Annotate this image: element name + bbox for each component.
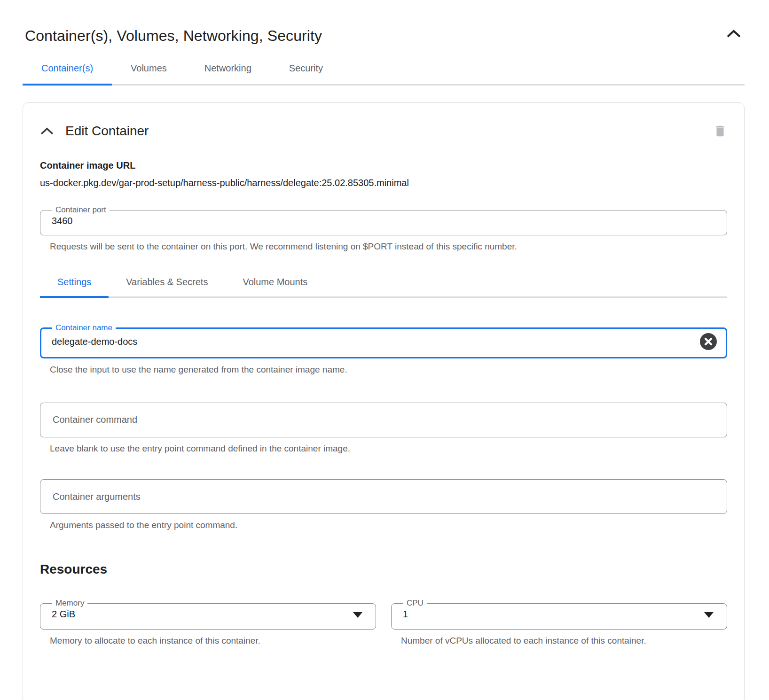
container-image-url-value: us-docker.pkg.dev/gar-prod-setup/harness… [40,178,727,188]
container-subtabs: Settings Variables & Secrets Volume Moun… [40,277,727,298]
tab-networking-label: Networking [204,63,251,73]
cpu-column: CPU 1 Number of vCPUs allocated to each … [391,599,727,647]
subtab-volume-mounts-label: Volume Mounts [243,277,307,287]
cpu-label: CPU [403,599,427,608]
cloud-run-container-form: Container(s), Volumes, Networking, Secur… [0,0,769,700]
collapse-section-button[interactable] [723,26,745,41]
card-title: Edit Container [65,124,149,139]
memory-value: 2 GiB [49,608,353,622]
dropdown-arrow-icon [353,612,362,618]
container-arguments-helper: Arguments passed to the entry point comm… [50,519,727,532]
container-name-field: Container name [40,323,727,358]
container-command-helper: Leave blank to use the entry point comma… [50,442,727,455]
main-tabs: Container(s) Volumes Networking Security [23,63,745,86]
resources-heading: Resources [40,562,727,577]
collapse-container-button[interactable] [40,127,54,135]
container-arguments-input[interactable] [52,491,715,503]
chevron-up-icon [726,29,742,39]
subtab-settings-label: Settings [57,277,91,287]
edit-container-card: Edit Container Container image URL us-do… [23,102,745,700]
resources-row: Memory 2 GiB Memory to allocate to each … [40,599,727,647]
memory-helper: Memory to allocate to each instance of t… [50,634,376,647]
tab-networking[interactable]: Networking [186,63,270,86]
tab-security-label: Security [289,63,323,73]
dropdown-arrow-icon [704,612,714,618]
container-port-helper: Requests will be sent to the container o… [50,240,727,253]
container-command-field [40,403,727,437]
page-title: Container(s), Volumes, Networking, Secur… [25,26,322,45]
memory-label: Memory [52,599,87,608]
trash-icon [713,124,727,139]
container-port-label: Container port [52,205,110,215]
container-port-field: Container port [40,205,727,235]
tab-security[interactable]: Security [270,63,342,86]
section-header: Container(s), Volumes, Networking, Secur… [0,26,769,45]
tab-volumes[interactable]: Volumes [112,63,186,86]
tab-volumes-label: Volumes [131,63,167,73]
subtab-variables-secrets[interactable]: Variables & Secrets [109,277,225,298]
cpu-value: 1 [400,608,704,622]
clear-name-button[interactable] [699,333,717,350]
container-image-url-label: Container image URL [40,160,727,171]
delete-container-button[interactable] [713,124,727,139]
container-arguments-field [40,479,727,514]
subtab-settings[interactable]: Settings [40,277,109,298]
card-header: Edit Container [40,124,727,139]
memory-select[interactable]: Memory 2 GiB [40,599,376,630]
subtab-volume-mounts[interactable]: Volume Mounts [225,277,325,298]
tab-containers-label: Container(s) [41,63,93,73]
container-port-input[interactable] [49,215,718,227]
chevron-up-icon [40,127,54,135]
clear-icon [699,333,717,350]
cpu-helper: Number of vCPUs allocated to each instan… [401,634,664,647]
tab-containers[interactable]: Container(s) [23,63,112,86]
container-command-input[interactable] [52,414,715,426]
container-name-input[interactable] [49,335,699,348]
memory-column: Memory 2 GiB Memory to allocate to each … [40,599,376,647]
subtab-variables-secrets-label: Variables & Secrets [126,277,208,287]
container-name-label: Container name [52,323,116,333]
cpu-select[interactable]: CPU 1 [391,599,727,630]
container-name-helper: Close the input to use the name generate… [50,363,727,376]
